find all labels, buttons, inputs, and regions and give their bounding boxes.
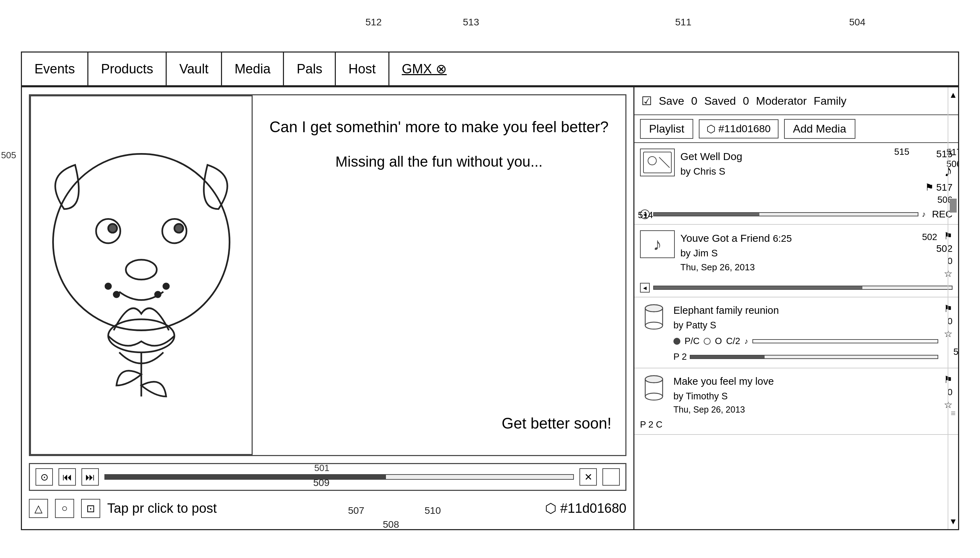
nav-tab-vault[interactable]: Vault (167, 53, 222, 85)
anno-511: 511 (675, 17, 691, 28)
item-thumbnail (640, 149, 675, 176)
svg-point-8 (163, 284, 169, 289)
anno-513: 513 (463, 17, 479, 28)
item-artist: by Patty S (673, 318, 938, 333)
svg-point-18 (645, 305, 663, 312)
left-panel: Can I get somethin' more to make you fee… (22, 87, 634, 529)
close-video-button[interactable]: ✕ (579, 468, 597, 486)
anno-507: 507 (348, 505, 364, 516)
main-area: Can I get somethin' more to make you fee… (21, 86, 959, 530)
anno-510: 510 (425, 505, 441, 516)
svg-point-12 (648, 156, 657, 165)
mini-bar (752, 339, 938, 343)
hash-id-display: ⬡ #11d01680 (699, 119, 778, 138)
playlist-item: ♪ Youve Got a Friend 6:25 by Jim S Thu, … (634, 225, 958, 297)
camera-button[interactable]: ⊡ (81, 499, 100, 518)
nav-tab-gmx[interactable]: GMX ⊗ (389, 53, 460, 85)
p-bar-row: P 2 (673, 350, 938, 364)
svg-point-0 (53, 154, 229, 330)
pc-options: P/C O C/2 ♪ (673, 334, 938, 348)
item-title: Youve Got a Friend 6:25 (680, 230, 931, 246)
item-progress-fill (654, 286, 862, 289)
anno-504: 504 (849, 17, 865, 28)
item-date: Thu, Sep 26, 2013 (680, 261, 931, 274)
video-progress-bar[interactable] (104, 474, 574, 480)
item-controls: ◂ ♪ REC (640, 209, 952, 220)
anno-508: 508 (383, 519, 399, 530)
item-title: Elephant family reunion (673, 303, 938, 318)
next-button[interactable]: ⏭ (81, 468, 99, 486)
nav-tab-products[interactable]: Products (89, 53, 167, 85)
item-info: Get Well Dog by Chris S (680, 149, 919, 205)
item-title: Get Well Dog (680, 149, 919, 164)
svg-point-4 (174, 224, 183, 233)
triangle-button[interactable]: △ (29, 499, 48, 518)
top-nav: Events Products Vault Media Pals Host GM… (21, 51, 959, 86)
video-hash-label: ⬡ #11d01680 (545, 501, 626, 516)
nav-tab-media[interactable]: Media (222, 53, 284, 85)
add-media-button[interactable]: Add Media (784, 119, 855, 139)
playlist-item: Elephant family reunion by Patty S P/C O… (634, 297, 958, 368)
music-small-icon: ♪ (922, 210, 926, 219)
video-bottom-bar: △ ○ ⊡ Tap pr click to post ⬡ #11d01680 (29, 494, 626, 522)
svg-point-2 (108, 224, 117, 233)
nav-tab-events[interactable]: Events (22, 53, 89, 85)
anno-514: 514 (638, 210, 653, 221)
scrollbar[interactable]: ▲ ≡ ▼ (948, 87, 958, 529)
scroll-down-button[interactable]: ▼ (949, 517, 957, 526)
playlist-item: Make you feel my love by Timothy S Thu, … (634, 368, 958, 435)
svg-line-13 (659, 157, 670, 168)
fullscreen-button[interactable] (602, 468, 620, 486)
anno-509-b: 509 (313, 477, 330, 488)
nav-tab-host[interactable]: Host (336, 53, 389, 85)
cylinder-icon (640, 303, 668, 331)
p-fill (691, 356, 765, 358)
item-info: Elephant family reunion by Patty S P/C O… (673, 303, 938, 364)
item-artist: by Timothy S (673, 389, 938, 404)
svg-point-6 (105, 284, 111, 289)
svg-point-5 (126, 260, 157, 280)
svg-rect-11 (643, 152, 671, 173)
scroll-thumb[interactable] (950, 199, 957, 213)
p-progress[interactable] (690, 355, 938, 359)
c2-radio[interactable] (704, 338, 711, 345)
save-checkbox[interactable]: ☑ (641, 94, 652, 108)
circle-button[interactable]: ○ (55, 499, 74, 518)
item-progress-bar[interactable] (653, 286, 952, 290)
dog-image (30, 95, 253, 455)
item-play-btn[interactable]: ◂ (640, 283, 650, 292)
svg-point-10 (108, 319, 174, 353)
anno-505: 505 (1, 150, 16, 161)
tap-click-label: Tap pr click to post (107, 501, 538, 516)
item-info: Make you feel my love by Timothy S Thu, … (673, 374, 938, 417)
pc-radio[interactable] (673, 338, 680, 345)
prev-button[interactable]: ⏮ (59, 468, 76, 486)
video-progress-fill (105, 475, 386, 479)
item-artist: by Jim S (680, 246, 931, 261)
nav-tab-pals[interactable]: Pals (284, 53, 336, 85)
pentagon-icon: ⬡ (706, 123, 716, 135)
item-thumbnail-music: ♪ (640, 230, 675, 258)
anno-515: 515 (895, 146, 909, 157)
playlist-header: Playlist ⬡ #11d01680 Add Media (634, 115, 958, 143)
item-title: Make you feel my love (673, 374, 938, 389)
playlist-items: Get Well Dog by Chris S 515 ♪ ⚑ 517 506 … (634, 143, 958, 529)
saved-count: 0 (691, 95, 698, 107)
svg-point-22 (645, 393, 663, 400)
right-panel: ☑ Save 0 Saved 0 Moderator Family Playli… (634, 87, 958, 529)
item-progress-bar[interactable] (653, 212, 918, 217)
playlist-button[interactable]: Playlist (640, 119, 693, 139)
save-bar: ☑ Save 0 Saved 0 Moderator Family (634, 87, 958, 115)
moderator-label: Moderator (756, 95, 807, 107)
video-bottom-text: Get better soon! (267, 413, 611, 434)
item-info: Youve Got a Friend 6:25 by Jim S Thu, Se… (680, 230, 931, 279)
svg-point-23 (645, 376, 663, 383)
record-button[interactable]: ⊙ (36, 468, 53, 486)
item-progress-fill (654, 213, 759, 216)
save-label: Save (659, 95, 684, 107)
scroll-up-button[interactable]: ▲ (949, 90, 957, 100)
video-top-text: Can I get somethin' more to make you fee… (267, 116, 611, 172)
cylinder-icon-2 (640, 374, 668, 402)
video-text-area: Can I get somethin' more to make you fee… (253, 95, 625, 455)
svg-point-9 (155, 292, 161, 297)
